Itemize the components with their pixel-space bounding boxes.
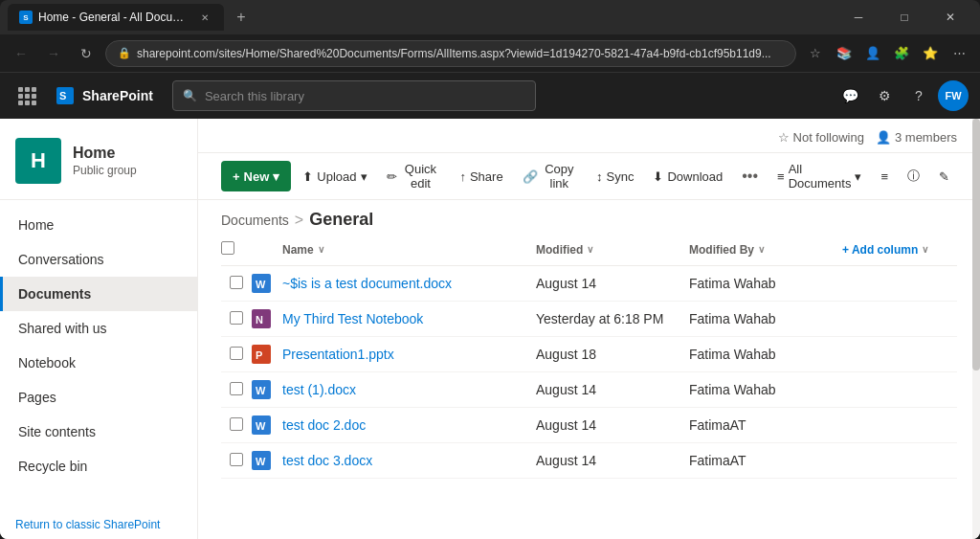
add-column-header[interactable]: + Add column ∨ [842, 234, 957, 266]
share-button[interactable]: ↑ Share [452, 161, 510, 191]
modified-by-sort-icon: ∨ [758, 244, 765, 255]
help-button[interactable]: ? [903, 80, 934, 111]
file-icon-3: W [252, 380, 271, 399]
table-row[interactable]: W test doc 2.doc August 14 FatimaAT [221, 408, 957, 443]
collections-button[interactable]: 📚 [831, 40, 858, 67]
table-row[interactable]: W ~$is is a test document.docx August 14… [221, 266, 957, 302]
profile-button[interactable]: 👤 [859, 40, 886, 67]
name-column-header[interactable]: Name ∨ [282, 234, 536, 266]
site-infobar: ☆ Not following 👤 3 members [198, 119, 980, 153]
minimize-button[interactable]: ─ [836, 4, 880, 31]
file-checkbox-5[interactable] [230, 453, 243, 466]
nav-item-site-contents[interactable]: Site contents [0, 415, 197, 449]
active-tab[interactable]: S Home - General - All Documents ✕ [8, 4, 224, 31]
favorites-button[interactable]: ⭐ [917, 40, 944, 67]
more-icon: ••• [742, 168, 758, 185]
download-button[interactable]: ⬇ Download [645, 161, 730, 191]
file-type-icon: N [252, 309, 271, 328]
more-actions-button[interactable]: ••• [734, 161, 766, 191]
site-type: Public group [73, 164, 137, 177]
name-sort-icon: ∨ [318, 244, 324, 255]
nav-item-home[interactable]: Home [0, 208, 197, 242]
sp-topbar: S SharePoint 🔍 Search this library 💬 ⚙ ?… [0, 73, 980, 119]
info-button[interactable]: ⓘ [900, 161, 927, 191]
table-row[interactable]: N My Third Test Notebook Yesterday at 6:… [221, 302, 957, 337]
nav-item-conversations[interactable]: Conversations [0, 242, 197, 277]
refresh-button[interactable]: ↻ [73, 40, 100, 67]
plus-icon: + [233, 169, 240, 184]
classic-sharepoint-link[interactable]: Return to classic SharePoint [0, 510, 197, 539]
nav-item-documents[interactable]: Documents [0, 277, 197, 311]
site-logo: H [15, 138, 61, 184]
modified-column-header[interactable]: Modified ∨ [536, 234, 689, 266]
file-checkbox-2[interactable] [230, 347, 243, 360]
extensions-button[interactable]: 🧩 [888, 40, 915, 67]
new-button[interactable]: + New ▾ [221, 161, 291, 191]
download-icon: ⬇ [653, 169, 663, 184]
tab-close-button[interactable]: ✕ [197, 10, 212, 25]
select-all-header[interactable] [221, 234, 252, 266]
modified-date-0: August 14 [536, 276, 596, 291]
topbar-actions: 💬 ⚙ ? FW [835, 80, 969, 111]
user-avatar[interactable]: FW [938, 80, 969, 111]
file-checkbox-4[interactable] [230, 417, 243, 431]
new-tab-button[interactable]: + [228, 4, 255, 31]
svg-text:N: N [256, 314, 263, 326]
view-selector[interactable]: ≡ All Documents ▾ [769, 161, 869, 191]
file-name-0[interactable]: ~$is is a test document.docx [282, 276, 452, 291]
quick-edit-button[interactable]: ✏ Quick edit [379, 161, 449, 191]
nav-item-pages[interactable]: Pages [0, 380, 197, 415]
nav-item-recycle-bin[interactable]: Recycle bin [0, 449, 197, 483]
close-button[interactable]: ✕ [928, 4, 972, 31]
maximize-button[interactable]: □ [882, 4, 926, 31]
breadcrumb-parent[interactable]: Documents [221, 213, 289, 228]
more-button[interactable]: ⋯ [946, 40, 972, 67]
file-name-1[interactable]: My Third Test Notebook [282, 311, 423, 326]
copy-link-button[interactable]: 🔗 Copy link [515, 161, 585, 191]
search-icon: 🔍 [183, 89, 197, 102]
chat-button[interactable]: 💬 [835, 80, 865, 111]
topbar-search[interactable]: 🔍 Search this library [172, 80, 536, 111]
select-all-checkbox[interactable] [221, 241, 234, 255]
nav-item-notebook[interactable]: Notebook [0, 346, 197, 380]
settings-button[interactable]: ⚙ [869, 80, 900, 111]
edit-view-button[interactable]: ✎ [931, 161, 957, 191]
file-checkbox-1[interactable] [230, 311, 243, 325]
file-type-icon: W [252, 415, 271, 435]
back-button[interactable]: ← [8, 40, 34, 67]
svg-text:W: W [256, 420, 266, 432]
file-checkbox-0[interactable] [230, 276, 243, 289]
file-name-4[interactable]: test doc 2.doc [282, 417, 366, 433]
add-column-dropdown-icon: ∨ [922, 244, 928, 255]
scrollbar-thumb[interactable] [972, 119, 980, 371]
table-row[interactable]: W test (1).docx August 14 Fatima Wahab [221, 372, 957, 408]
nav-item-shared[interactable]: Shared with us [0, 311, 197, 346]
table-row[interactable]: W test doc 3.docx August 14 FatimaAT [221, 443, 957, 479]
breadcrumb: Documents > General [198, 200, 980, 234]
file-name-3[interactable]: test (1).docx [282, 382, 356, 397]
file-type-icon: W [252, 451, 271, 470]
waffle-icon [18, 87, 36, 105]
address-bar[interactable]: 🔒 sharepoint.com/sites/Home/Shared%20Doc… [105, 40, 796, 67]
edit-view-icon: ✎ [939, 169, 949, 184]
new-dropdown-icon: ▾ [273, 169, 279, 184]
follow-button[interactable]: ☆ Not following [778, 130, 864, 145]
modified-by-column-header[interactable]: Modified By ∨ [689, 234, 842, 266]
file-type-header [252, 234, 282, 266]
vertical-scrollbar[interactable] [972, 119, 980, 539]
tab-title: Home - General - All Documents [38, 11, 191, 24]
members-button[interactable]: 👤 3 members [876, 130, 957, 145]
app-launcher-button[interactable] [11, 80, 42, 111]
file-name-2[interactable]: Presentation1.pptx [282, 347, 394, 362]
upload-button[interactable]: ⬆ Upload ▾ [295, 161, 374, 191]
file-name-5[interactable]: test doc 3.docx [282, 453, 372, 468]
forward-button[interactable]: → [40, 40, 67, 67]
table-row[interactable]: P Presentation1.pptx August 18 Fatima Wa… [221, 337, 957, 372]
sharepoint-app: S SharePoint 🔍 Search this library 💬 ⚙ ?… [0, 73, 980, 539]
sync-button[interactable]: ↕ Sync [589, 161, 641, 191]
bookmark-button[interactable]: ☆ [802, 40, 829, 67]
file-rows: W ~$is is a test document.docx August 14… [221, 266, 957, 479]
file-checkbox-3[interactable] [230, 382, 243, 395]
sharepoint-logo[interactable]: S SharePoint [54, 84, 153, 107]
filter-button[interactable]: ≡ [873, 161, 896, 191]
